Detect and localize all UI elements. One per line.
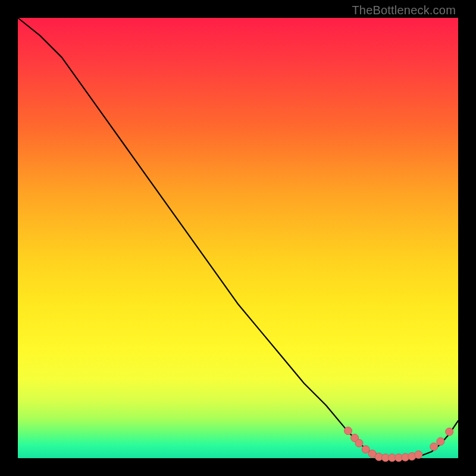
curve-markers xyxy=(345,427,453,462)
plot-area xyxy=(18,18,458,458)
curve-svg xyxy=(18,18,458,458)
curve-marker xyxy=(355,439,363,447)
watermark-label: TheBottleneck.com xyxy=(352,4,456,17)
curve-marker xyxy=(446,428,453,436)
curve-marker xyxy=(362,446,369,453)
bottleneck-curve xyxy=(18,18,458,458)
chart-frame: TheBottleneck.com xyxy=(0,0,476,476)
curve-marker xyxy=(437,437,444,445)
curve-marker xyxy=(345,427,352,435)
curve-marker xyxy=(430,443,438,450)
curve-marker xyxy=(415,451,422,459)
